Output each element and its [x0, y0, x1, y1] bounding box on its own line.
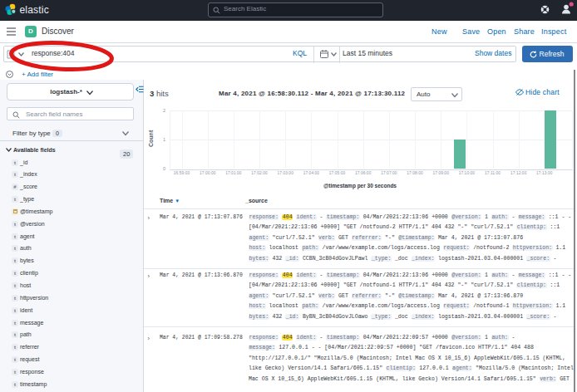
svg-text:Count: Count: [148, 130, 154, 147]
